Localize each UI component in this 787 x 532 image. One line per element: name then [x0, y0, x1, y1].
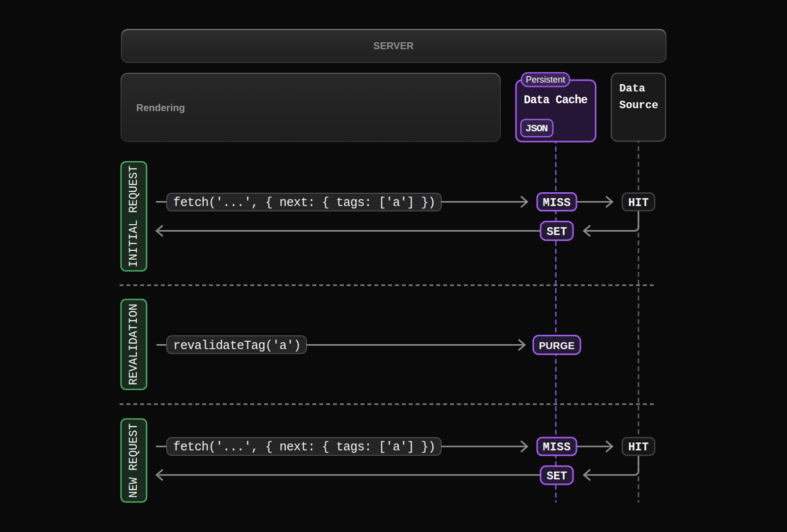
svg-text:Data Cache: Data Cache: [524, 94, 587, 107]
svg-text:HIT: HIT: [628, 197, 649, 209]
svg-text:JSON: JSON: [525, 123, 548, 134]
svg-text:PURGE: PURGE: [539, 340, 575, 351]
svg-text:REVALIDATION: REVALIDATION: [127, 304, 140, 385]
svg-text:SET: SET: [546, 226, 567, 238]
svg-text:fetch('...', { next: { tags: [: fetch('...', { next: { tags: ['a'] }): [173, 440, 435, 454]
svg-text:SERVER: SERVER: [373, 40, 414, 51]
svg-text:MISS: MISS: [543, 441, 571, 454]
svg-text:Source: Source: [619, 99, 658, 112]
svg-text:MISS: MISS: [543, 197, 571, 209]
svg-text:revalidateTag('a'): revalidateTag('a'): [173, 339, 301, 353]
svg-text:NEW REQUEST: NEW REQUEST: [127, 423, 140, 498]
svg-text:Rendering: Rendering: [136, 102, 185, 113]
svg-text:SET: SET: [546, 470, 567, 483]
svg-text:Data: Data: [619, 83, 645, 95]
svg-text:Persistent: Persistent: [526, 75, 565, 85]
svg-text:INITIAL REQUEST: INITIAL REQUEST: [127, 165, 140, 267]
svg-text:HIT: HIT: [628, 441, 649, 454]
svg-text:fetch('...', { next: { tags: [: fetch('...', { next: { tags: ['a'] }): [173, 196, 435, 210]
